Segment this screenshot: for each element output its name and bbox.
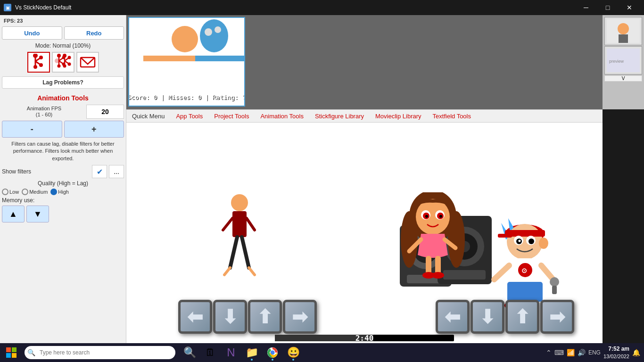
- menu-stickfigure-library[interactable]: Stickfigure Library: [313, 112, 366, 121]
- svg-point-10: [57, 54, 61, 58]
- menu-app-tools[interactable]: App Tools: [174, 112, 205, 121]
- search-icon-left: 🔍: [27, 349, 35, 356]
- svg-point-17: [63, 54, 66, 58]
- right-arrow-down: ⬇: [471, 300, 504, 334]
- stage[interactable]: ⊙ ⬅: [126, 123, 603, 348]
- svg-point-51: [416, 199, 450, 235]
- quality-high-option[interactable]: High: [50, 189, 69, 195]
- show-filters-label: Show filters: [2, 168, 90, 175]
- system-clock[interactable]: 7:52 am 13/02/2022: [603, 346, 629, 360]
- fps-minus-button[interactable]: -: [2, 121, 62, 138]
- svg-point-50: [448, 211, 465, 268]
- quality-low-option[interactable]: Low: [2, 189, 19, 195]
- quality-options: Low Medium High: [2, 189, 124, 195]
- scroll-down-button[interactable]: ▼: [26, 206, 49, 222]
- quality-medium-option[interactable]: Medium: [22, 189, 48, 195]
- menu-bar: Quick Menu App Tools Project Tools Anima…: [126, 109, 603, 123]
- menu-movieclip-library[interactable]: Movieclip Library: [373, 112, 423, 121]
- clock-time: 7:52 am: [603, 346, 629, 353]
- gf-character: [395, 192, 471, 287]
- taskbar-app-onenote[interactable]: N: [222, 343, 240, 362]
- svg-point-4: [33, 65, 37, 69]
- right-arrow-right: ➡: [540, 300, 574, 334]
- svg-point-62: [432, 272, 444, 279]
- undo-button[interactable]: Undo: [2, 26, 62, 40]
- svg-line-85: [494, 265, 509, 280]
- svg-rect-97: [12, 353, 17, 358]
- titlebar: ▣ Vs StickNodes Default ─ □ ✕: [0, 0, 644, 15]
- svg-point-3: [33, 54, 38, 58]
- envelope-tool-icon[interactable]: [76, 52, 99, 73]
- left-arrow-left: ⬅: [178, 300, 212, 334]
- right-arrows: ⬅ ⬇ ⬆ ➡: [436, 300, 574, 334]
- start-button[interactable]: [0, 343, 23, 362]
- preview-thumb-2[interactable]: preview: [604, 46, 642, 74]
- scroll-up-button[interactable]: ▲: [2, 206, 25, 222]
- notification-area-icon[interactable]: ⌃: [546, 349, 552, 356]
- preview-thumb-1[interactable]: [604, 17, 642, 45]
- fps-plus-button[interactable]: +: [64, 121, 124, 138]
- taskbar-app-taskview[interactable]: 🗓: [201, 343, 220, 362]
- preview-label: V: [604, 75, 642, 82]
- svg-line-37: [249, 268, 255, 275]
- quality-medium-radio[interactable]: [22, 189, 28, 195]
- close-button[interactable]: ✕: [619, 0, 640, 15]
- mini-canvas[interactable]: Score: 0 | Misses: 0 | Rating: ?: [128, 17, 245, 107]
- canvas-score: Score: 0 | Misses: 0 | Rating: ?: [128, 94, 245, 101]
- fps-display: FPS: 23: [2, 17, 124, 25]
- keyboard-icon[interactable]: ⌨: [554, 349, 564, 356]
- taskbar-app-fnf[interactable]: 😀: [284, 343, 303, 362]
- menu-textfield-tools[interactable]: Textfield Tools: [431, 112, 473, 121]
- select-tool-icon[interactable]: [27, 52, 50, 73]
- app-icon: ▣: [4, 4, 11, 11]
- svg-point-26: [172, 26, 198, 52]
- search-input[interactable]: [25, 346, 175, 359]
- taskbar-right: ⌃ ⌨ 📶 🔊 ENG 7:52 am 13/02/2022 🔔: [546, 346, 644, 360]
- taskbar-app-chrome[interactable]: [263, 343, 282, 362]
- lag-problems-button[interactable]: Lag Problems?: [2, 76, 124, 89]
- taskbar-app-explorer[interactable]: 📁: [242, 343, 261, 362]
- animation-fps-value: 20: [86, 105, 124, 119]
- svg-point-29: [215, 26, 221, 33]
- show-filters-checkbox[interactable]: ✔: [92, 165, 107, 178]
- progress-bar: 2:40: [275, 335, 454, 341]
- svg-rect-70: [498, 234, 512, 238]
- left-arrows: ⬅ ⬇ ⬆ ➡: [178, 300, 317, 334]
- quality-high-radio[interactable]: [50, 189, 57, 195]
- right-arrow-left: ⬅: [436, 300, 470, 334]
- svg-point-21: [55, 58, 59, 63]
- taskbar: 🔍 🔍 🗓 N 📁 😀 ⌃ ⌨ 📶 🔊 ENG 7:52 am: [0, 343, 644, 362]
- memory-label: Memory use:: [2, 197, 34, 204]
- svg-point-87: [550, 277, 559, 287]
- svg-line-36: [224, 268, 230, 275]
- network-icon[interactable]: 📶: [567, 349, 575, 356]
- volume-icon[interactable]: 🔊: [578, 349, 586, 356]
- fps-controls: - +: [2, 121, 124, 138]
- quality-row: Quality (High = Lag) Low Medium High: [2, 180, 124, 195]
- memory-row: Memory use:: [2, 197, 124, 204]
- quality-medium-label: Medium: [29, 189, 48, 195]
- svg-line-33: [247, 218, 255, 230]
- left-arrow-up: ⬆: [248, 300, 282, 334]
- search-container: 🔍: [23, 346, 175, 359]
- taskbar-app-search[interactable]: 🔍: [180, 343, 199, 362]
- window-title: Vs StickNodes Default: [15, 4, 71, 11]
- maximize-button[interactable]: □: [597, 0, 619, 15]
- quality-low-radio[interactable]: [2, 189, 8, 195]
- clock-date: 13/02/2022: [603, 353, 629, 360]
- svg-rect-88: [552, 286, 557, 294]
- menu-project-tools[interactable]: Project Tools: [212, 112, 251, 121]
- minimize-button[interactable]: ─: [575, 0, 597, 15]
- svg-point-56: [425, 215, 428, 218]
- menu-quick-menu[interactable]: Quick Menu: [130, 112, 166, 121]
- svg-point-57: [439, 215, 442, 218]
- group-tool-icon[interactable]: [52, 52, 74, 73]
- svg-point-68: [507, 224, 543, 260]
- show-filters-row: Show filters ✔ ...: [2, 165, 124, 178]
- filter-options-button[interactable]: ...: [109, 165, 124, 178]
- svg-point-49: [401, 211, 418, 268]
- menu-animation-tools[interactable]: Animation Tools: [258, 112, 305, 121]
- notification-bell-icon[interactable]: 🔔: [632, 349, 640, 356]
- redo-button[interactable]: Redo: [64, 26, 124, 40]
- main-canvas-area: Score: 0 | Misses: 0 | Rating: ? Quick M…: [126, 15, 603, 348]
